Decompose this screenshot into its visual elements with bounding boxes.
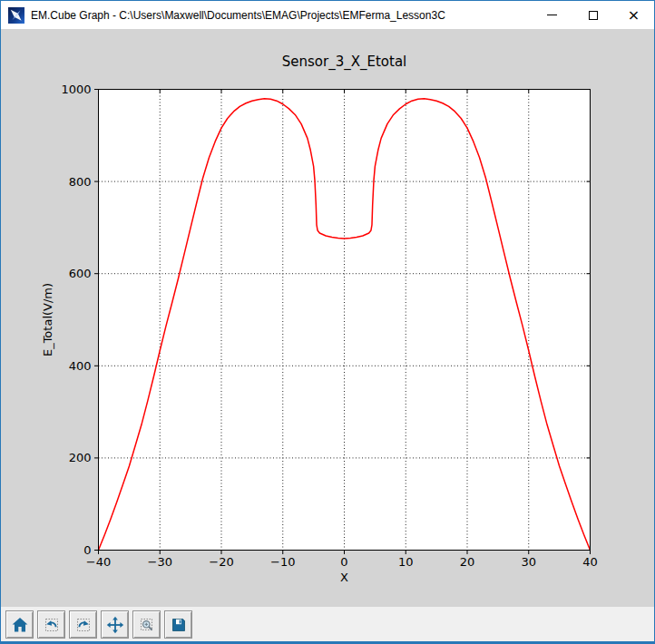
y-axis-label: E_Total(V/m) <box>41 283 54 356</box>
svg-text:600: 600 <box>69 267 92 280</box>
svg-text:200: 200 <box>69 451 92 464</box>
plot-title: Sensor_3_X_Etotal <box>282 54 407 71</box>
svg-text:400: 400 <box>69 359 92 373</box>
pan-button[interactable] <box>101 610 129 639</box>
svg-text:30: 30 <box>521 555 536 569</box>
svg-text:10: 10 <box>398 555 414 569</box>
plot-svg[interactable]: −40−30−20−1001020304002004006008001000Se… <box>1 29 654 607</box>
svg-text:1000: 1000 <box>61 83 91 96</box>
maximize-button[interactable] <box>572 1 613 29</box>
svg-text:800: 800 <box>69 175 92 189</box>
svg-text:−10: −10 <box>270 555 295 569</box>
minimize-button[interactable] <box>532 1 572 29</box>
plot-area <box>98 89 591 551</box>
svg-text:0: 0 <box>340 555 347 569</box>
save-button[interactable] <box>164 610 192 639</box>
pan-icon <box>106 616 124 634</box>
window-controls: × <box>532 1 654 29</box>
svg-text:−20: −20 <box>209 555 233 569</box>
figure-canvas[interactable]: −40−30−20−1001020304002004006008001000Se… <box>1 29 654 607</box>
home-icon <box>11 616 29 634</box>
close-icon: × <box>628 8 640 23</box>
svg-text:−30: −30 <box>148 555 172 569</box>
svg-text:0: 0 <box>83 543 91 557</box>
close-button[interactable]: × <box>613 1 654 29</box>
emcube-app-icon <box>8 7 24 24</box>
emcube-graph-window: EM.Cube Graph - C:\Users\Maxwell\Documen… <box>0 0 655 644</box>
svg-text:40: 40 <box>582 555 598 569</box>
forward-icon <box>74 616 93 634</box>
home-button[interactable] <box>5 610 34 639</box>
minimize-icon <box>547 15 557 15</box>
x-axis-label: X <box>340 571 348 584</box>
forward-button[interactable] <box>69 610 97 639</box>
zoom-rect-button[interactable] <box>132 610 161 639</box>
save-icon <box>170 616 188 634</box>
navigation-toolbar <box>1 607 654 641</box>
window-title: EM.Cube Graph - C:\Users\Maxwell\Documen… <box>31 9 532 22</box>
back-icon <box>43 616 61 634</box>
back-button[interactable] <box>37 610 65 639</box>
zoom-rect-icon <box>138 616 156 634</box>
svg-text:20: 20 <box>460 555 475 569</box>
titlebar: EM.Cube Graph - C:\Users\Maxwell\Documen… <box>1 1 654 29</box>
maximize-icon <box>589 11 598 20</box>
